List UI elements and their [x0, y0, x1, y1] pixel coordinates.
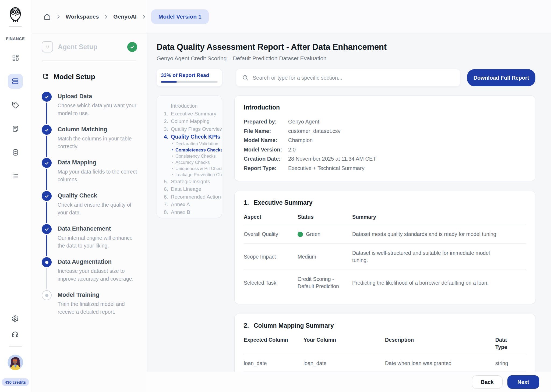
- breadcrumb-workspaces[interactable]: Workspaces: [66, 13, 99, 20]
- toc-column-mapping[interactable]: 2.Column Mapping: [164, 118, 219, 125]
- toc-sub-completeness-checks[interactable]: Completeness Checks: [164, 147, 219, 153]
- toc-sub-accuracy-checks[interactable]: Accuracy Checks: [164, 159, 219, 165]
- avatar[interactable]: [8, 355, 23, 370]
- step-description: Choose which data you want your model to…: [58, 102, 140, 117]
- toc-executive-summary[interactable]: 1.Executive Summary: [164, 110, 219, 118]
- introduction-title: Introduction: [244, 104, 526, 111]
- intro-row-prepared-by: Prepared by:Genyo Agent: [244, 117, 526, 126]
- report-read-progress-label: 33% of Report Read: [161, 72, 218, 78]
- table-row: Selected Task Credit Scoring - Default P…: [244, 270, 526, 296]
- step-description: Map your data fields to the correct colu…: [58, 168, 140, 183]
- owl-logo-icon[interactable]: [7, 6, 23, 22]
- home-icon[interactable]: [43, 13, 51, 21]
- toc-annex-b[interactable]: 8.Annex B: [164, 209, 219, 216]
- toc-sub-declaration-validation[interactable]: Declaration Validation: [164, 141, 219, 147]
- step-column-matching[interactable]: Column Matching Match the columns in you…: [42, 125, 141, 158]
- step-title: Quality Check: [58, 192, 140, 199]
- step-complete-check-icon: [42, 158, 52, 168]
- workspace-section-label: FINANCE: [6, 36, 25, 41]
- chevron-right-icon: [141, 14, 147, 19]
- database-icon[interactable]: [8, 145, 23, 160]
- divider: [42, 61, 136, 61]
- step-complete-check-icon: [42, 92, 52, 102]
- breadcrumb-current-model-version[interactable]: Model Version 1: [151, 9, 209, 24]
- support-headphones-icon[interactable]: [12, 330, 19, 338]
- exec-table-header: Aspect Status Summary: [244, 213, 526, 225]
- toc-quality-flags-overview[interactable]: 3.Quality Flags Overview: [164, 125, 219, 133]
- intro-row-model-version: Model Version:2.0: [244, 145, 526, 154]
- model-setup-stepper: Upload Data Choose which data you want y…: [42, 92, 141, 323]
- dashboard-icon[interactable]: [8, 50, 23, 65]
- table-row: Overall Quality Green Dataset meets qual…: [244, 225, 526, 244]
- next-button[interactable]: Next: [507, 375, 539, 389]
- settings-icon[interactable]: [12, 315, 19, 322]
- report-toc: Introduction 1.Executive Summary 2.Colum…: [157, 96, 222, 218]
- model-setup-flow-icon: [42, 73, 49, 81]
- reports-icon[interactable]: [8, 121, 23, 136]
- step-title: Data Enhancement: [58, 225, 140, 232]
- step-description: Our internal engine will enhance the dat…: [58, 234, 140, 250]
- divider: [9, 346, 22, 347]
- toc-sub-uniqueness-pii-checks[interactable]: Uniqueness & PII Checks: [164, 165, 219, 172]
- agent-setup-row[interactable]: Agent Setup: [42, 41, 141, 52]
- executive-summary-title: 1.Executive Summary: [244, 199, 526, 206]
- toc-strategic-insights[interactable]: 5.Strategic Insights: [164, 178, 219, 186]
- chevron-right-icon: [103, 14, 109, 19]
- step-title: Data Augmentation: [58, 258, 140, 265]
- step-complete-check-icon: [42, 191, 52, 201]
- step-pending-dot-icon: [42, 290, 52, 300]
- divider: [9, 26, 22, 27]
- search-input[interactable]: [253, 75, 454, 81]
- step-title: Upload Data: [58, 93, 140, 100]
- intro-row-file-name: File Name:customer_dataset.csv: [244, 126, 526, 136]
- models-icon[interactable]: [8, 74, 23, 89]
- agent-smiley-icon: [42, 41, 53, 52]
- mapping-table-header: Expected Column Your Column Description …: [244, 336, 526, 355]
- step-description: Increase your dataset size to improve ac…: [58, 267, 140, 283]
- breadcrumb: Workspaces GenyoAI Model Version 1: [43, 0, 209, 33]
- step-title: Column Matching: [58, 126, 140, 133]
- wizard-footer-bar: Back Next: [147, 372, 551, 392]
- tag-icon[interactable]: [8, 97, 23, 112]
- toc-sub-leakage-prevention-checks[interactable]: Leakage Prevention Checks: [164, 172, 219, 178]
- back-button[interactable]: Back: [472, 375, 503, 389]
- step-complete-check-icon: [42, 224, 52, 234]
- agent-setup-label: Agent Setup: [58, 43, 97, 51]
- model-setup-sidebar: Agent Setup Model Setup: [31, 0, 147, 392]
- step-current-dot-icon: [42, 257, 52, 267]
- chevron-right-icon: [56, 14, 61, 19]
- agent-complete-check-icon: [127, 42, 137, 52]
- step-title: Data Mapping: [58, 159, 140, 166]
- status-dot-green: [298, 232, 303, 237]
- credits-badge: 430 credits: [2, 378, 29, 386]
- page-subtitle: Genyo Agent Credit Scoring – Default Pre…: [157, 55, 535, 62]
- breadcrumb-genyoai[interactable]: GenyoAI: [113, 13, 136, 20]
- icon-rail: FINANCE: [0, 0, 31, 392]
- executive-summary-card: 1.Executive Summary Aspect Status Summar…: [234, 191, 535, 304]
- toc-introduction[interactable]: Introduction: [164, 102, 219, 110]
- toc-quality-check-kpis[interactable]: 4.Quality Check KPIs: [164, 133, 219, 141]
- intro-row-report-type: Report Type:Executive + Technical Summar…: [244, 164, 526, 173]
- toc-data-lineage[interactable]: 6.Data Lineage: [164, 185, 219, 193]
- step-complete-check-icon: [42, 125, 52, 135]
- model-setup-title: Model Setup: [54, 73, 95, 81]
- intro-row-creation-date: Creation Date:28 November 2025 at 11:34 …: [244, 154, 526, 164]
- step-model-training[interactable]: Model Training Train the finalized model…: [42, 290, 141, 323]
- toc-annex-a[interactable]: 7.Annex A: [164, 201, 219, 209]
- table-row: loan_date loan_date Date when loan was g…: [244, 355, 526, 372]
- step-quality-check[interactable]: Quality Check Check and ensure the quali…: [42, 191, 141, 224]
- table-row: Scope Impact Medium Dataset is well-stru…: [244, 244, 526, 270]
- page-title: Data Quality Assessment Report - After D…: [157, 42, 535, 52]
- step-upload-data[interactable]: Upload Data Choose which data you want y…: [42, 92, 141, 125]
- download-full-report-button[interactable]: Download Full Report: [467, 69, 535, 86]
- report-read-progress-card: 33% of Report Read: [157, 69, 222, 86]
- toc-sub-consistency-checks[interactable]: Consistency Checks: [164, 153, 219, 159]
- section-search[interactable]: [236, 69, 460, 86]
- intro-row-model-name: Model Name:Champion: [244, 136, 526, 145]
- step-description: Train the finalized model and receive a …: [58, 300, 140, 316]
- step-data-enhancement[interactable]: Data Enhancement Our internal engine wil…: [42, 224, 141, 257]
- step-data-mapping[interactable]: Data Mapping Map your data fields to the…: [42, 158, 141, 191]
- toc-recommended-action[interactable]: 6.Recommended Action: [164, 193, 219, 201]
- list-icon[interactable]: [8, 168, 23, 183]
- step-data-augmentation[interactable]: Data Augmentation Increase your dataset …: [42, 257, 141, 290]
